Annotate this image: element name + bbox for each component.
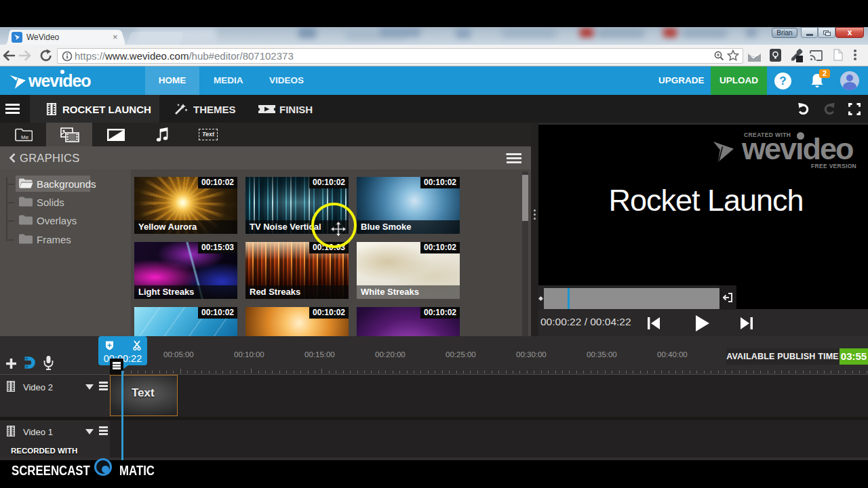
svg-text:Me: Me [21,134,29,140]
